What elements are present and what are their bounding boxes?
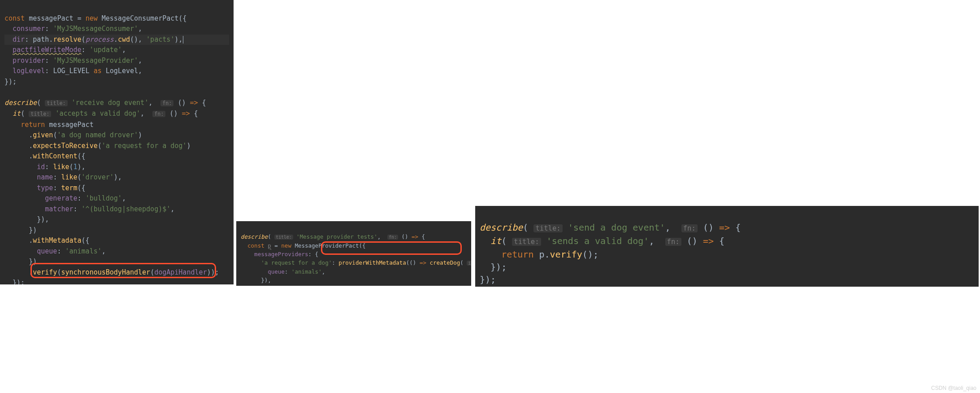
code-pane-consumer: const messagePact = new MessageConsumerP… xyxy=(0,0,234,284)
code-line: it( title: 'sends a valid dog', fn: () =… xyxy=(480,236,724,246)
text-caret xyxy=(183,36,183,44)
code-line xyxy=(4,88,9,96)
code-line: }, xyxy=(241,285,261,286)
code-line: logLevel: LOG_LEVEL as LogLevel, xyxy=(4,67,142,75)
code-line: return p.verify(); xyxy=(480,249,598,260)
param-hint: id: xyxy=(467,261,471,266)
code-line: matcher: '^(bulldog|sheepdog)$', xyxy=(4,205,174,213)
param-hint: fn: xyxy=(681,224,698,232)
code-line: it( title: 'accepts a valid dog', fn: ()… xyxy=(4,109,198,118)
param-hint: title: xyxy=(29,111,51,117)
param-hint: fn: xyxy=(160,100,173,106)
code-line: id: like(1), xyxy=(4,163,86,171)
code-line: pactfileWriteMode: 'update', xyxy=(4,46,126,54)
code-line: .verify(synchronousBodyHandler(dogApiHan… xyxy=(4,268,219,276)
code-line: describe( title: 'send a dog event', fn:… xyxy=(480,222,741,233)
code-line: consumer: 'MyJSMessageConsumer', xyxy=(4,25,142,33)
code-line: return messagePact xyxy=(4,121,94,129)
code-line: }), xyxy=(4,215,49,223)
code-line: .withContent({ xyxy=(4,152,86,160)
code-line: name: like('drover'), xyxy=(4,173,122,181)
code-line: }); xyxy=(4,279,25,284)
code-line: }); xyxy=(480,274,496,285)
code-line: .withMetadata({ xyxy=(4,236,90,245)
code-line: }); xyxy=(4,78,17,86)
kw-const: const xyxy=(4,14,25,22)
code-line: .given('a dog named drover') xyxy=(4,131,142,139)
code-pane-verify: describe( title: 'send a dog event', fn:… xyxy=(475,206,979,287)
code-line: .expectsToReceive('a request for a dog') xyxy=(4,142,191,150)
code-line: describe( title: 'Message provider tests… xyxy=(241,233,425,240)
param-hint: fn: xyxy=(665,238,681,246)
code-line: describe( title: 'receive dog event', fn… xyxy=(4,99,206,107)
code-pane-provider: describe( title: 'Message provider tests… xyxy=(236,221,471,286)
code-line: queue: 'animals', xyxy=(4,247,106,255)
param-hint: title: xyxy=(533,224,562,232)
code-line: 'a request for a dog': providerWithMetad… xyxy=(241,259,471,266)
param-hint: fn: xyxy=(387,235,398,240)
code-line: }) xyxy=(4,258,37,266)
code-line: provider: 'MyJSMessageProvider', xyxy=(4,57,142,65)
code-line: }), xyxy=(241,277,271,284)
code-line: type: term({ xyxy=(4,184,86,192)
code-line: const messagePact = new MessageConsumerP… xyxy=(4,14,186,22)
code-line: const p = new MessageProviderPact({ xyxy=(241,242,366,249)
param-hint: title: xyxy=(45,100,67,106)
code-line: }) xyxy=(4,226,37,234)
watermark: CSDN @taoli_qiao xyxy=(931,384,976,392)
param-hint: fn: xyxy=(152,111,165,117)
code-line: messageProviders: { xyxy=(241,251,318,258)
param-hint: title: xyxy=(274,235,293,240)
code-line: generate: 'bulldog', xyxy=(4,194,126,202)
param-hint: title: xyxy=(512,238,541,246)
code-line: queue: 'animals', xyxy=(241,268,325,275)
code-line: }); xyxy=(480,262,507,272)
code-line: dir: path.resolve(process.cwd(), 'pacts'… xyxy=(4,35,229,45)
